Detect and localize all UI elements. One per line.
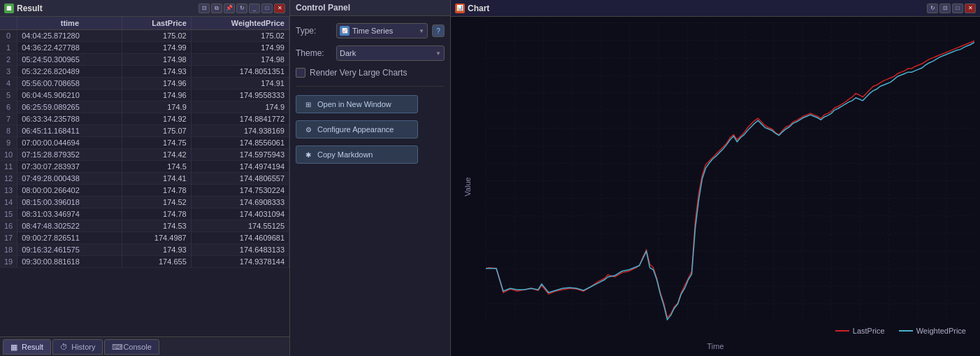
row-last-price: 174.92: [122, 113, 191, 125]
render-large-checkbox[interactable]: [296, 68, 305, 78]
row-ttime: 05:32:26.820489: [17, 66, 122, 78]
chart-title-text: Chart: [468, 3, 489, 13]
type-row: Type: 📈 Time Series ▼ ?: [296, 23, 445, 38]
row-index: 18: [0, 244, 17, 256]
row-last-price: 175.02: [122, 30, 191, 42]
copy-markdown-btn[interactable]: ✱ Copy Markdown: [296, 145, 418, 164]
row-weighted-price: 174.8841772: [191, 113, 289, 125]
result-titlebar-buttons: ⊡ ⧉ 📌 ↻ _ □ ✕: [199, 3, 285, 13]
configure-label: Configure Appearance: [317, 125, 394, 134]
row-weighted-price: 174.8556061: [191, 137, 289, 149]
result-table: ttime LastPrice WeightedPrice 0 04:04:25…: [0, 17, 289, 268]
table-row: 8 06:45:11.168411 175.07 174.938169: [0, 125, 289, 137]
row-weighted-price: 174.7530224: [191, 185, 289, 197]
result-btn-refresh[interactable]: ↻: [236, 3, 247, 13]
table-row: 3 05:32:26.820489 174.93 174.8051351: [0, 66, 289, 78]
result-btn-pin[interactable]: 📌: [224, 3, 235, 13]
row-ttime: 07:30:07.283937: [17, 161, 122, 173]
table-row: 10 07:15:28.879352 174.42 174.5975943: [0, 149, 289, 161]
x-axis-label: Time: [707, 342, 723, 350]
col-index: [0, 17, 17, 30]
console-icon: ⌨: [112, 343, 120, 351]
row-last-price: 174.78: [122, 208, 191, 220]
table-row: 11 07:30:07.283937 174.5 174.4974194: [0, 161, 289, 173]
row-last-price: 174.5: [122, 161, 191, 173]
tab-console[interactable]: ⌨ Console: [104, 339, 159, 355]
row-index: 4: [0, 78, 17, 90]
legend-weighted-price-label: WeightedPrice: [916, 327, 966, 335]
table-row: 16 08:47:48.302522 174.53 174.55125: [0, 220, 289, 232]
row-ttime: 08:31:03.346974: [17, 208, 122, 220]
type-info-btn[interactable]: ?: [432, 24, 445, 37]
row-last-price: 174.98: [122, 54, 191, 66]
tab-result[interactable]: ▦ Result: [3, 339, 51, 355]
tab-console-label: Console: [123, 343, 151, 351]
theme-label: Theme:: [296, 48, 332, 58]
copy-markdown-label: Copy Markdown: [317, 150, 373, 159]
row-weighted-price: 174.5975943: [191, 149, 289, 161]
row-index: 14: [0, 197, 17, 208]
bottom-tabbar: ▦ Result ⏱ History ⌨ Console: [0, 336, 289, 356]
chart-area: 174.4 174.6 174.8 175.0 175.2 175.4 175.…: [486, 22, 974, 321]
table-row: 2 05:24:50.300965 174.98 174.98: [0, 54, 289, 66]
row-ttime: 08:47:48.302522: [17, 220, 122, 232]
chart-btn-close[interactable]: ✕: [965, 3, 976, 13]
row-index: 1: [0, 42, 17, 54]
result-btn-restore[interactable]: ⊡: [199, 3, 210, 13]
row-last-price: 174.9: [122, 101, 191, 113]
row-weighted-price: 174.6908333: [191, 197, 289, 208]
row-ttime: 04:04:25.871280: [17, 30, 122, 42]
table-row: 19 09:30:00.881618 174.655 174.9378144: [0, 256, 289, 268]
row-weighted-price: 174.55125: [191, 220, 289, 232]
result-titlebar: ▦ Result ⊡ ⧉ 📌 ↻ _ □ ✕: [0, 0, 289, 17]
row-ttime: 08:00:00.266402: [17, 185, 122, 197]
row-index: 19: [0, 256, 17, 268]
tab-history-label: History: [71, 343, 95, 351]
row-weighted-price: 174.91: [191, 78, 289, 90]
open-window-btn[interactable]: ⊞ Open in New Window: [296, 95, 418, 113]
result-btn-maximize[interactable]: □: [261, 3, 273, 13]
chart-btn-maximize[interactable]: □: [952, 3, 963, 13]
row-index: 15: [0, 208, 17, 220]
table-row: 13 08:00:00.266402 174.78 174.7530224: [0, 185, 289, 197]
row-weighted-price: 174.9558333: [191, 90, 289, 101]
result-btn-close[interactable]: ✕: [274, 3, 285, 13]
copy-markdown-icon: ✱: [303, 150, 313, 159]
table-row: 0 04:04:25.871280 175.02 175.02: [0, 30, 289, 42]
theme-select[interactable]: Dark ▼: [336, 45, 445, 61]
row-ttime: 09:00:27.826511: [17, 232, 122, 244]
row-weighted-price: 175.02: [191, 30, 289, 42]
row-index: 12: [0, 173, 17, 185]
result-btn-minimize[interactable]: _: [249, 3, 260, 13]
chart-icon: 📊: [455, 3, 465, 13]
configure-icon: ⚙: [303, 124, 313, 134]
result-btn-copy[interactable]: ⧉: [211, 3, 222, 13]
table-row: 1 04:36:22.427788 174.99 174.99: [0, 42, 289, 54]
row-last-price: 175.07: [122, 125, 191, 137]
control-panel-title: Control Panel: [290, 0, 450, 16]
col-last-price: LastPrice: [122, 17, 191, 30]
row-weighted-price: 174.99: [191, 42, 289, 54]
configure-appearance-btn[interactable]: ⚙ Configure Appearance: [296, 120, 418, 138]
type-select-arrow: ▼: [419, 28, 424, 34]
row-last-price: 174.655: [122, 256, 191, 268]
legend-last-price: LastPrice: [835, 327, 885, 335]
row-ttime: 07:49:28.000438: [17, 173, 122, 185]
chart-btn-refresh[interactable]: ↻: [927, 3, 938, 13]
row-index: 9: [0, 137, 17, 149]
row-ttime: 08:15:00.396018: [17, 197, 122, 208]
tab-history[interactable]: ⏱ History: [52, 339, 103, 355]
row-index: 16: [0, 220, 17, 232]
row-last-price: 174.41: [122, 173, 191, 185]
type-select[interactable]: 📈 Time Series ▼: [336, 23, 428, 38]
row-ttime: 09:16:32.461575: [17, 244, 122, 256]
result-panel: ▦ Result ⊡ ⧉ 📌 ↻ _ □ ✕ ttime LastPrice: [0, 0, 290, 356]
row-last-price: 174.53: [122, 220, 191, 232]
result-table-container[interactable]: ttime LastPrice WeightedPrice 0 04:04:25…: [0, 17, 289, 336]
row-last-price: 174.42: [122, 149, 191, 161]
legend-last-price-line: [835, 330, 849, 332]
row-index: 11: [0, 161, 17, 173]
table-row: 5 06:04:45.906210 174.96 174.9558333: [0, 90, 289, 101]
chart-btn-restore[interactable]: ⊡: [939, 3, 951, 13]
type-select-text: Time Series: [352, 27, 416, 35]
